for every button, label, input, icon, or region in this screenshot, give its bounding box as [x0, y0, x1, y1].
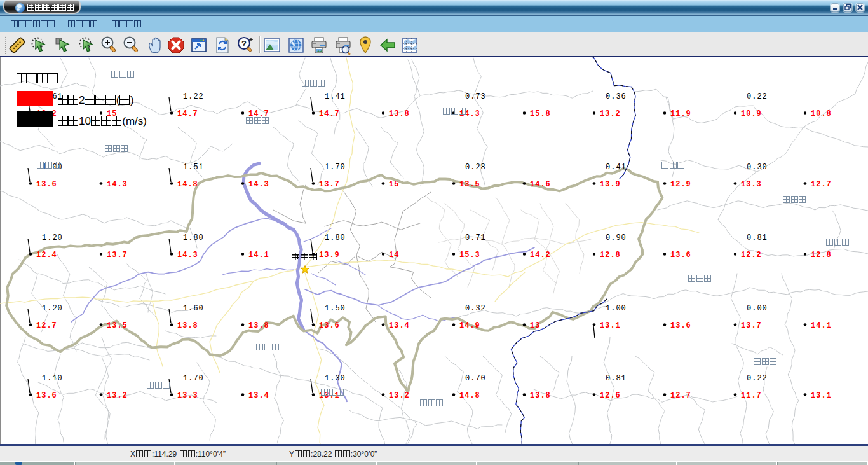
svg-text:13.6: 13.6: [36, 391, 57, 400]
svg-text:10.8: 10.8: [811, 109, 832, 118]
svg-text:13.3: 13.3: [177, 391, 198, 400]
svg-text:13.8: 13.8: [389, 109, 410, 118]
svg-text:0.32: 0.32: [465, 304, 486, 313]
svg-text:13.4: 13.4: [389, 321, 410, 330]
svg-text:13.6: 13.6: [36, 180, 57, 189]
svg-text:?: ?: [241, 39, 247, 48]
svg-text:12.8: 12.8: [600, 251, 621, 260]
svg-text:11.9: 11.9: [670, 109, 691, 118]
svg-text:15.8: 15.8: [530, 109, 551, 118]
svg-text:15.3: 15.3: [459, 251, 480, 260]
svg-text:13.8: 13.8: [177, 321, 198, 330]
svg-text:14.3: 14.3: [177, 251, 198, 260]
svg-text:13.2: 13.2: [600, 109, 621, 118]
svg-text:1.20: 1.20: [42, 233, 63, 242]
svg-text:11.7: 11.7: [741, 391, 762, 400]
svg-text:1.70: 1.70: [325, 163, 346, 172]
svg-text:1.30: 1.30: [325, 374, 346, 383]
svg-text:12.7: 12.7: [670, 391, 691, 400]
svg-text:0.30: 0.30: [747, 163, 768, 172]
svg-text:1.70: 1.70: [183, 374, 204, 383]
svg-text:12.4: 12.4: [36, 251, 57, 260]
svg-text:13.9: 13.9: [319, 251, 340, 260]
svg-text:0.81: 0.81: [747, 233, 768, 242]
svg-text:12.2: 12.2: [741, 251, 762, 260]
svg-text:0.28: 0.28: [465, 163, 486, 172]
svg-text:1.00: 1.00: [606, 304, 627, 313]
svg-text:14.1: 14.1: [811, 321, 832, 330]
svg-text:14.1: 14.1: [248, 251, 269, 260]
svg-text:1.41: 1.41: [325, 92, 346, 101]
svg-text:1.60: 1.60: [183, 304, 204, 313]
svg-text:13.1: 13.1: [811, 391, 832, 400]
svg-text:12.7: 12.7: [811, 180, 832, 189]
svg-text:1.10: 1.10: [42, 374, 63, 383]
svg-text:0.73: 0.73: [465, 92, 486, 101]
svg-text:0.22: 0.22: [747, 374, 768, 383]
svg-text:14.8: 14.8: [177, 180, 198, 189]
svg-text:13.3: 13.3: [741, 180, 762, 189]
svg-text:0.90: 0.90: [606, 233, 627, 242]
svg-text:1.80: 1.80: [325, 233, 346, 242]
svg-text:13.8: 13.8: [248, 321, 269, 330]
svg-text:0.00: 0.00: [747, 304, 768, 313]
svg-text:14.3: 14.3: [248, 180, 269, 189]
svg-text:13.6: 13.6: [670, 251, 691, 260]
svg-text:14.8: 14.8: [459, 391, 480, 400]
svg-text:12.6: 12.6: [600, 391, 621, 400]
svg-text:0.41: 0.41: [606, 163, 627, 172]
svg-text:13.2: 13.2: [107, 391, 128, 400]
svg-text:13.6: 13.6: [319, 321, 340, 330]
svg-text:12.9: 12.9: [670, 180, 691, 189]
svg-text:14.3: 14.3: [107, 180, 128, 189]
svg-text:1.50: 1.50: [325, 304, 346, 313]
svg-text:12.7: 12.7: [36, 321, 57, 330]
svg-text:14.9: 14.9: [459, 321, 480, 330]
svg-text:13.6: 13.6: [670, 321, 691, 330]
svg-text:0.22: 0.22: [747, 92, 768, 101]
svg-text:1.51: 1.51: [183, 163, 204, 172]
svg-text:10.9: 10.9: [741, 109, 762, 118]
svg-text:13.2: 13.2: [389, 391, 410, 400]
svg-text:13: 13: [530, 321, 540, 330]
svg-text:14.2: 14.2: [530, 251, 551, 260]
svg-text:0.71: 0.71: [465, 233, 486, 242]
svg-text:0.81: 0.81: [606, 374, 627, 383]
svg-text:1.22: 1.22: [183, 92, 204, 101]
svg-text:0.36: 0.36: [606, 92, 627, 101]
svg-text:13.5: 13.5: [107, 321, 128, 330]
svg-text:13.8: 13.8: [530, 391, 551, 400]
svg-text:0.70: 0.70: [465, 374, 486, 383]
svg-text:13.7: 13.7: [741, 321, 762, 330]
svg-text:13.1: 13.1: [600, 321, 621, 330]
svg-text:14.6: 14.6: [530, 180, 551, 189]
svg-text:12.8: 12.8: [811, 251, 832, 260]
svg-text:14.7: 14.7: [319, 109, 340, 118]
svg-text:13.7: 13.7: [107, 251, 128, 260]
svg-text:13.4: 13.4: [248, 391, 269, 400]
svg-text:13.7: 13.7: [319, 180, 340, 189]
svg-text:15: 15: [389, 180, 399, 189]
svg-text:1.80: 1.80: [183, 233, 204, 242]
svg-text:14: 14: [389, 251, 399, 260]
svg-text:1.20: 1.20: [42, 304, 63, 313]
svg-text:13.9: 13.9: [600, 180, 621, 189]
svg-text:13.5: 13.5: [459, 180, 480, 189]
